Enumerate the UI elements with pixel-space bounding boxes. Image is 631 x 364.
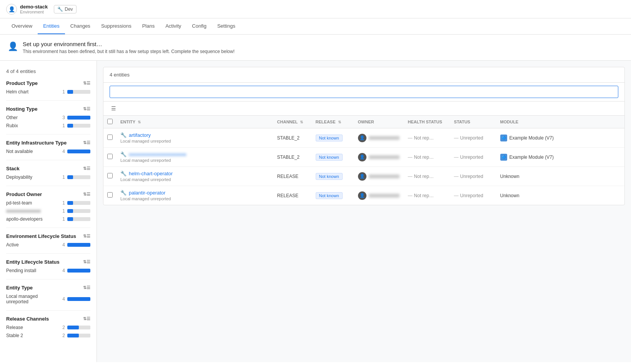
row-entity-1: 🔧 artifactory Local managed unreported: [117, 128, 273, 148]
row-channel-3: RELEASE: [273, 167, 312, 186]
nav-suppressions[interactable]: Suppressions: [96, 18, 137, 34]
filter-bar-deployability: [67, 175, 73, 179]
filter-item-other[interactable]: Other 3: [6, 114, 90, 121]
app-header: 👤 demo-stack Environment 🔧 Dev: [0, 0, 631, 18]
filter-group-title-infra-type[interactable]: Entity Infrastructure Type ⇅☰: [6, 140, 90, 146]
nav-config[interactable]: Config: [186, 18, 212, 34]
channel-badge-1: STABLE_2: [277, 135, 300, 141]
filter-item-rubix[interactable]: Rubix 1: [6, 122, 90, 129]
filter-item-pd-test-team[interactable]: pd-test-team 1: [6, 199, 90, 206]
entity-name-2[interactable]: 🔧 xxxxxxxxxxxxxxxxxxxxxxx: [120, 151, 270, 157]
filter-group-title-product-owner[interactable]: Product Owner ⇅☰: [6, 191, 90, 197]
filter-label-active: Active: [6, 242, 19, 248]
filter-bar-wrap-owner-blurred: [67, 209, 90, 213]
row-channel-2: STABLE_2: [273, 148, 312, 167]
table-row: 🔧 palantir-operator Local managed unrepo…: [103, 186, 624, 205]
channel-sort-icon[interactable]: ⇅: [300, 120, 303, 124]
filter-bar-wrap-rubix: [67, 124, 90, 128]
filter-label-stable2: Stable 2: [6, 333, 23, 338]
filter-group-title-stack[interactable]: Stack ⇅☰: [6, 166, 90, 171]
nav-overview[interactable]: Overview: [6, 18, 38, 34]
filter-count-owner-blurred: 1: [60, 208, 65, 214]
sort-icon-hosting-type[interactable]: ⇅☰: [83, 106, 90, 111]
filter-group-title-release-channels[interactable]: Release Channels ⇅☰: [6, 316, 90, 322]
filter-item-local-managed[interactable]: Local managed unreported 4: [6, 293, 90, 305]
row-checkbox-4[interactable]: [107, 192, 113, 198]
status-cell-1: — Unreported: [454, 135, 493, 141]
row-checkbox-1[interactable]: [107, 135, 113, 140]
filter-bar-wrap-not-available: [67, 150, 90, 153]
nav-changes[interactable]: Changes: [65, 18, 96, 34]
sort-icon-product-type[interactable]: ⇅☰: [83, 81, 90, 86]
env-badge-icon: 🔧: [57, 7, 63, 12]
filter-group-label-stack: Stack: [6, 166, 20, 171]
filter-item-helm-chart[interactable]: Helm chart 1: [6, 88, 90, 95]
row-owner-3: 👤: [354, 167, 404, 186]
nav-activity[interactable]: Activity: [160, 18, 186, 34]
sort-icon-env-lifecycle[interactable]: ⇅☰: [83, 234, 90, 239]
filter-group-product-owner: Product Owner ⇅☰ pd-test-team 1 xxxxxxxx…: [0, 188, 97, 225]
entity-name-3[interactable]: 🔧 helm-chart-operator: [120, 171, 270, 176]
row-checkbox-3[interactable]: [107, 173, 113, 178]
owner-text-2: [369, 155, 400, 159]
owner-avatar-3: 👤: [358, 172, 366, 181]
status-text-4: Unreported: [460, 193, 483, 198]
row-check-3: [103, 167, 117, 186]
sort-icon-stack[interactable]: ⇅☰: [83, 166, 90, 171]
nav-plans[interactable]: Plans: [137, 18, 160, 34]
filter-count-not-available: 4: [60, 149, 65, 154]
toolbar-list-view-button[interactable]: ☰: [110, 104, 118, 113]
filter-group-label-entity-lifecycle: Entity Lifecycle Status: [6, 259, 60, 265]
filter-right-rubix: 1: [60, 123, 90, 128]
table-row: 🔧 xxxxxxxxxxxxxxxxxxxxxxx Local managed …: [103, 148, 624, 167]
nav-entities[interactable]: Entities: [38, 18, 65, 34]
search-input[interactable]: [110, 86, 618, 98]
filter-bar-rubix: [67, 124, 73, 128]
row-health-2: — Not rep…: [404, 148, 450, 167]
filter-item-owner-blurred[interactable]: xxxxxxxxxxxxxxx 1: [6, 208, 90, 214]
filter-bar-not-available: [67, 150, 90, 153]
select-all-checkbox[interactable]: [107, 119, 113, 124]
filter-group-title-entity-lifecycle[interactable]: Entity Lifecycle Status ⇅☰: [6, 259, 90, 265]
sort-icon-infra-type[interactable]: ⇅☰: [83, 140, 90, 145]
sort-icon-product-owner[interactable]: ⇅☰: [83, 192, 90, 197]
table-toolbar: ☰: [103, 101, 624, 116]
filter-group-title-product-type[interactable]: Product Type ⇅☰: [6, 80, 90, 86]
content-area: 4 entities ☰ ENTITY ⇅: [97, 61, 631, 362]
col-check-header: [103, 116, 117, 128]
filter-item-stable2[interactable]: Stable 2 2: [6, 332, 90, 339]
filter-group-title-env-lifecycle[interactable]: Environment Lifecycle Status ⇅☰: [6, 233, 90, 239]
row-channel-1: STABLE_2: [273, 128, 312, 148]
row-checkbox-2[interactable]: [107, 154, 113, 159]
col-channel-header: CHANNEL ⇅: [273, 116, 312, 128]
filter-item-apollo-developers[interactable]: apollo-developers 1: [6, 216, 90, 223]
filter-item-not-available[interactable]: Not available 4: [6, 148, 90, 155]
entity-name-1[interactable]: 🔧 artifactory: [120, 132, 270, 138]
entity-sort-icon[interactable]: ⇅: [138, 120, 141, 124]
entity-sub-4: Local managed unreported: [120, 196, 270, 201]
env-badge[interactable]: 🔧 Dev: [54, 5, 76, 13]
filter-bar-wrap-helm-chart: [67, 90, 90, 94]
filter-count-pd-test-team: 1: [60, 200, 65, 206]
entity-sub-2: Local managed unreported: [120, 158, 270, 163]
entity-name-4[interactable]: 🔧 palantir-operator: [120, 190, 270, 196]
release-sort-icon[interactable]: ⇅: [338, 120, 341, 124]
sort-icon-entity-lifecycle[interactable]: ⇅☰: [83, 259, 90, 264]
filter-item-release[interactable]: Release 2: [6, 324, 90, 331]
main-layout: 4 of 4 entities Product Type ⇅☰ Helm cha…: [0, 61, 631, 362]
filter-item-pending-install[interactable]: Pending install 4: [6, 267, 90, 274]
filter-item-active[interactable]: Active 4: [6, 241, 90, 248]
sort-icon-entity-type[interactable]: ⇅☰: [83, 285, 90, 290]
filter-count-release: 2: [60, 325, 65, 330]
nav-settings[interactable]: Settings: [212, 18, 241, 34]
filter-label-local-managed: Local managed unreported: [6, 294, 60, 304]
filter-group-entity-type: Entity Type ⇅☰ Local managed unreported …: [0, 282, 97, 308]
status-text-2: Unreported: [460, 155, 483, 160]
row-owner-1: 👤: [354, 128, 404, 148]
sort-icon-release-channels[interactable]: ⇅☰: [83, 316, 90, 321]
filter-item-deployability[interactable]: Deployability 1: [6, 174, 90, 181]
filter-group-title-hosting-type[interactable]: Hosting Type ⇅☰: [6, 106, 90, 112]
filter-group-title-entity-type[interactable]: Entity Type ⇅☰: [6, 285, 90, 291]
health-cell-3: — Not rep…: [408, 174, 446, 179]
filter-bar-apollo-developers: [67, 217, 73, 221]
